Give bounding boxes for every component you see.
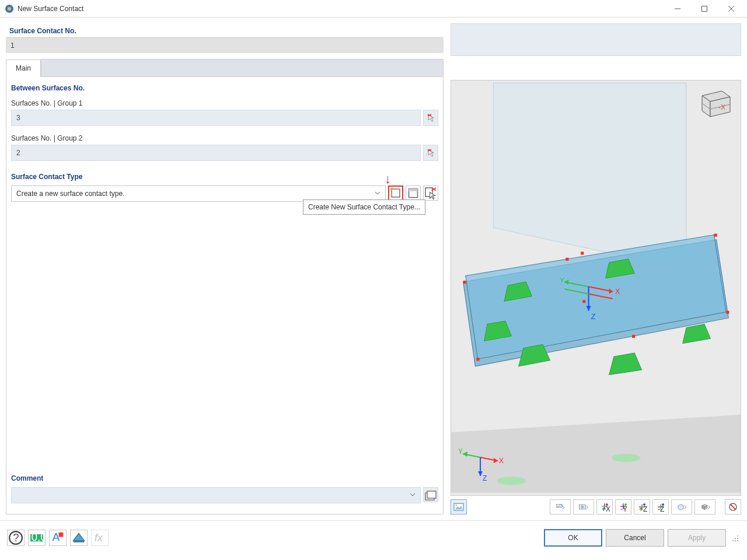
main-panel: Between Surfaces No. Surfaces No. | Grou… <box>6 76 444 514</box>
cancel-button[interactable]: Cancel <box>606 529 664 547</box>
svg-text:fx: fx <box>95 531 103 544</box>
tab-strip-filler <box>41 59 444 76</box>
group1-pick-button[interactable] <box>423 110 438 126</box>
eye-icon <box>578 502 589 512</box>
svg-text:Y: Y <box>458 447 463 456</box>
comment-library-button[interactable] <box>423 487 438 502</box>
svg-rect-30 <box>463 281 466 284</box>
dialog-body: Surface Contact No. 1 Main Between Surfa… <box>0 18 747 520</box>
app-icon <box>5 4 14 13</box>
svg-point-83 <box>643 503 645 506</box>
numbering-button[interactable]: 123 <box>550 499 571 514</box>
plus-z-icon: +Z <box>637 502 647 512</box>
svg-point-75 <box>606 503 608 506</box>
svg-point-1 <box>8 7 11 10</box>
svg-point-71 <box>582 506 583 508</box>
svg-rect-31 <box>714 234 717 237</box>
page-pick-icon <box>424 186 438 200</box>
comment-header: Comment <box>11 472 438 487</box>
formula-button[interactable]: fx <box>91 530 109 546</box>
svg-point-106 <box>732 540 734 541</box>
group2-label: Surfaces No. | Group 2 <box>11 132 438 145</box>
reset-view-button[interactable] <box>725 499 741 514</box>
svg-text:+X: +X <box>602 505 610 512</box>
preview-scene: X Y Z <box>451 80 741 495</box>
view-minusz-button[interactable]: -Z <box>652 499 669 514</box>
svg-rect-13 <box>409 189 418 192</box>
svg-point-46 <box>612 454 641 462</box>
pick-cursor-icon <box>426 113 435 123</box>
svg-rect-63 <box>454 503 463 510</box>
comment-panel: Comment <box>11 472 438 509</box>
between-surfaces-header: Between Surfaces No. <box>11 82 438 97</box>
svg-text:3: 3 <box>560 503 563 509</box>
axis-z-label: Z <box>591 313 596 321</box>
contact-no-label: Surface Contact No. <box>6 23 444 37</box>
calculate-button[interactable] <box>70 530 88 546</box>
svg-rect-101 <box>74 540 85 542</box>
svg-text:-X: -X <box>718 103 725 111</box>
plus-x-icon: +X <box>599 502 610 512</box>
group2-pick-button[interactable] <box>423 145 438 161</box>
svg-text:Z: Z <box>483 474 487 482</box>
apply-button[interactable]: Apply <box>668 529 726 547</box>
svg-rect-34 <box>566 258 568 261</box>
svg-rect-35 <box>632 335 635 338</box>
titlebar: New Surface Contact <box>0 0 747 18</box>
select-type-button[interactable] <box>423 186 438 201</box>
create-new-type-button[interactable] <box>388 186 403 201</box>
iso-icon <box>676 502 687 512</box>
iso-view-button[interactable] <box>671 499 692 514</box>
svg-marker-100 <box>74 533 85 540</box>
svg-point-79 <box>624 503 627 506</box>
svg-text:X: X <box>499 457 504 465</box>
contact-no-value[interactable]: 1 <box>6 37 444 53</box>
cube-icon <box>700 502 710 512</box>
show-model-button[interactable] <box>451 499 467 514</box>
axis-x-label: X <box>615 288 620 296</box>
viewcube[interactable]: -X <box>694 86 734 121</box>
font-color-button[interactable]: A <box>49 530 67 546</box>
view-plusx-button[interactable]: +X <box>596 499 613 514</box>
create-type-tooltip: Create New Surface Contact Type... <box>303 200 425 215</box>
svg-marker-57 <box>463 452 467 457</box>
svg-text:-Y: -Y <box>620 505 627 512</box>
resize-grip-icon[interactable] <box>732 534 740 542</box>
svg-rect-99 <box>59 532 64 537</box>
units-icon: 0,00 <box>29 530 45 546</box>
svg-point-11 <box>390 188 393 190</box>
group1-label: Surfaces No. | Group 1 <box>11 97 438 110</box>
description-panel[interactable] <box>451 23 741 56</box>
help-icon: ? <box>8 530 24 546</box>
preview-toolbar: 123 +X -Y +Z -Z <box>451 496 741 514</box>
svg-rect-33 <box>476 358 479 360</box>
tab-main[interactable]: Main <box>6 60 41 77</box>
svg-rect-36 <box>581 252 584 255</box>
svg-point-105 <box>737 538 738 539</box>
svg-marker-59 <box>478 471 483 476</box>
preview-viewport[interactable]: X Y Z -X X Y Z <box>451 80 741 496</box>
svg-rect-18 <box>427 491 436 498</box>
contact-no-panel: Surface Contact No. 1 <box>6 23 444 53</box>
display-options-button[interactable] <box>573 499 594 514</box>
view-minusy-button[interactable]: -Y <box>615 499 631 514</box>
pick-cursor-icon <box>426 148 435 158</box>
group1-input[interactable]: 3 <box>11 110 421 126</box>
surface-contact-type-header: Surface Contact Type <box>11 170 438 186</box>
axis-y-label: Y <box>560 276 564 285</box>
comment-dropdown[interactable] <box>11 487 421 503</box>
close-button[interactable] <box>718 0 745 17</box>
svg-text:?: ? <box>13 531 19 544</box>
render-mode-button[interactable] <box>694 499 715 514</box>
minus-y-icon: -Y <box>618 502 629 512</box>
svg-rect-10 <box>392 189 400 197</box>
edit-page-icon <box>406 186 420 200</box>
group2-input[interactable]: 2 <box>11 145 421 161</box>
edit-type-button[interactable] <box>406 186 421 201</box>
units-button[interactable]: 0,00 <box>28 530 46 546</box>
maximize-button[interactable] <box>691 0 718 17</box>
view-plusz-button[interactable]: +Z <box>634 499 650 514</box>
help-button[interactable]: ? <box>7 530 25 546</box>
minimize-button[interactable] <box>664 0 691 17</box>
ok-button[interactable]: OK <box>544 529 602 547</box>
